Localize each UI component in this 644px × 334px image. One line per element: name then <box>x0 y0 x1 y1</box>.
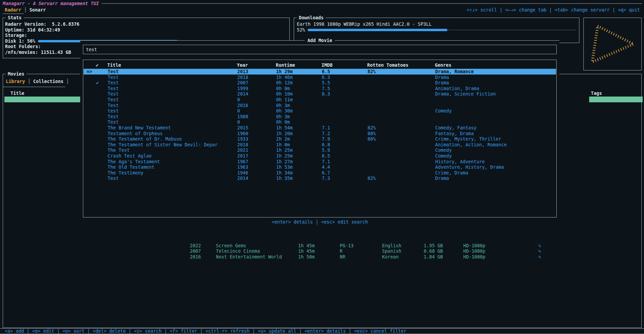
library-table-rows: 2022 Screen Gems 1h 45m PG-13 English 1.… <box>3 243 641 260</box>
library-table-row: 2022 Screen Gems 1h 45m PG-13 English 1.… <box>3 243 641 249</box>
search-result-row[interactable]: => The Testament of Sister New Devil: De… <box>84 142 556 148</box>
result-rotten-tomatoes: 88% <box>368 131 376 137</box>
movie-list-item[interactable]: => mother! <box>4 203 82 209</box>
movie-size: 0.68 GB <box>424 248 443 254</box>
result-imdb: 7.9 <box>322 136 330 142</box>
result-year: 0 <box>237 108 240 114</box>
popup-keybinds: <enter> details | <esc> edit search <box>80 219 559 225</box>
selection-arrow: => <box>87 69 92 75</box>
search-result-row[interactable]: => ✔ Test 2007 0h 12m 5.5 Drama <box>84 80 556 86</box>
movie-certification: PG-13 <box>340 243 354 249</box>
movie-list-item[interactable]: => A Quiet Place Part II <box>4 164 82 170</box>
movie-list-item[interactable]: => 1408 <box>4 231 82 237</box>
logo-panel <box>583 18 642 70</box>
result-year: 2018 <box>237 75 248 80</box>
result-runtime: 0h 0m <box>276 86 290 91</box>
result-genres: Drama, Science Fiction <box>435 91 496 97</box>
movie-list-item[interactable]: => A Quiet Place <box>4 159 82 164</box>
result-genres: History, Adventure <box>435 159 485 165</box>
movie-list-item[interactable]: => Incantation <box>4 209 82 215</box>
tag-icon[interactable]: ✎ <box>538 248 541 254</box>
search-result-row[interactable]: => Test 1988 0h 3m <box>84 114 556 120</box>
result-title: The Testimony <box>108 170 143 176</box>
result-runtime: 2h 2m <box>276 136 290 142</box>
movie-search-value: test <box>86 46 97 53</box>
column-header-rotten-tomatoes: Rotten Tomatoes <box>367 62 408 68</box>
movie-search-input[interactable]: test <box>83 45 557 54</box>
library-table-row: 2016 Next Entertainment World 1h 58m NR … <box>3 254 641 260</box>
movie-list-item[interactable]: => Sinister <box>4 175 82 181</box>
result-year: 2016 <box>237 103 248 108</box>
result-runtime: 0h 30m <box>276 108 293 114</box>
result-title: Test <box>108 69 119 75</box>
tab-library[interactable]: Library <box>6 79 25 84</box>
titlebar: Managarr - A Servarr management TUI <box>3 1 642 6</box>
results-table-header: ✔ Title Year Runtime IMDB Rotten Tomatoe… <box>83 62 556 68</box>
search-result-row[interactable]: => Testament of Orpheus 1960 1h 20m 7.2 … <box>84 131 556 137</box>
search-result-row[interactable]: => The Testimony 1946 1h 34m 6.7 Crime, … <box>84 170 556 176</box>
movie-list-item[interactable]: => Inception <box>4 119 82 125</box>
movie-list-item[interactable]: => Dune <box>4 97 82 102</box>
result-year: 2013 <box>237 69 248 75</box>
tab-sonarr[interactable]: Sonarr <box>29 7 46 13</box>
movie-language: Korean <box>382 254 399 260</box>
search-result-row[interactable]: => The Aga's Testament 1967 1h 27m 7.1 H… <box>84 159 556 165</box>
search-result-row[interactable]: => The Brand New Testament 2015 1h 54m 7… <box>84 125 556 131</box>
tag-icon[interactable]: ✎ <box>538 254 541 260</box>
result-runtime: 1h 35m <box>276 175 293 181</box>
search-result-row[interactable]: => Test 0 0h 0m <box>84 119 556 125</box>
result-rotten-tomatoes: 82% <box>368 175 376 181</box>
search-result-row[interactable]: => Test 2016 0h 3m <box>84 103 556 108</box>
movie-list-item[interactable]: => Alien <box>4 136 82 142</box>
app-title: Managarr - A Servarr management TUI <box>3 1 99 6</box>
tab-collections[interactable]: Collections <box>33 79 63 84</box>
library-tab-bar: Library │ Collections │ <box>6 79 69 84</box>
movie-list-item[interactable]: => The Martian <box>4 125 82 130</box>
search-result-row[interactable]: => Test 2014 1h 35m 7.3 82% Drama <box>84 175 556 181</box>
result-title: Test <box>108 114 119 120</box>
movie-list-item[interactable]: => Lights Out <box>4 226 82 232</box>
result-year: 1933 <box>237 136 248 142</box>
search-result-row[interactable]: => Test 2018 1h 46m 6.3 Drama <box>84 75 556 80</box>
movie-list-item[interactable]: => The Thing <box>4 130 82 136</box>
movie-year: 2022 <box>190 243 201 249</box>
movie-list-item[interactable]: => Life <box>4 142 82 147</box>
search-result-row[interactable]: => The Testament of Dr. Mabuse 1933 2h 2… <box>84 136 556 142</box>
tag-icon[interactable]: ✎ <box>538 243 541 249</box>
movie-studio: Next Entertainment World <box>216 254 282 260</box>
search-result-row[interactable]: => The Test 2021 1h 25m 5.9 Comedy <box>84 147 556 153</box>
search-result-row[interactable]: => test 0 0h 30m Comedy <box>84 108 556 114</box>
result-genres: Drama <box>435 175 449 181</box>
result-runtime: 0h 12m <box>276 80 293 86</box>
movie-list-item[interactable]: => The Conjuring <box>4 102 82 108</box>
movie-list-item[interactable]: => Us <box>4 187 82 192</box>
result-year: 2017 <box>237 153 248 159</box>
movie-list-item[interactable]: => The Conjuring: The De <box>4 113 82 119</box>
search-result-row[interactable]: => Crash Test Aglae 2017 1h 25m 6.5 Come… <box>84 153 556 159</box>
movie-list-item[interactable]: => Nope <box>4 147 82 153</box>
tab-radarr[interactable]: Radarr <box>5 7 21 13</box>
search-result-row[interactable]: => Test 2014 0h 10m 8.3 Drama, Science F… <box>84 91 556 97</box>
movie-list-item[interactable]: => The Witch <box>4 170 82 175</box>
movie-list-item[interactable]: => The Girl with All the <box>4 237 82 243</box>
movie-list-item[interactable]: => Ma <box>4 198 82 204</box>
result-genres: Comedy <box>435 147 452 153</box>
movie-list-item[interactable]: => Misery <box>4 220 82 226</box>
result-year: 1988 <box>237 114 248 120</box>
result-genres: Comedy <box>435 108 452 114</box>
search-result-row[interactable]: => Test 0 0h 11m <box>84 97 556 103</box>
search-result-row[interactable]: => Test 1999 0h 0m 7.5 Animation, Drama <box>84 86 556 91</box>
column-header-imdb: IMDB <box>321 62 333 68</box>
movie-language: English <box>382 243 401 249</box>
movie-list-item[interactable]: => Firestarter <box>4 214 82 220</box>
result-title: The Testament of Sister New Devil: Depar <box>108 142 218 148</box>
result-title: The Old Testament <box>108 164 154 170</box>
search-result-row[interactable]: => Test 2013 1h 29m 6.5 82% Drama, Roman… <box>84 69 556 75</box>
movie-list-item[interactable]: => Sinister 2 <box>4 181 82 187</box>
movie-list-item[interactable]: => Gone with the Wind <box>4 153 82 159</box>
movie-list-item[interactable]: => Slender Man <box>4 192 82 198</box>
movie-list-item[interactable]: => The Conjuring 2 <box>4 108 82 113</box>
search-result-row[interactable]: => The Old Testament 1963 1h 53m 4.4 Adv… <box>84 164 556 170</box>
movie-language: Spanish <box>382 248 401 254</box>
result-runtime: 1h 27m <box>276 159 293 165</box>
